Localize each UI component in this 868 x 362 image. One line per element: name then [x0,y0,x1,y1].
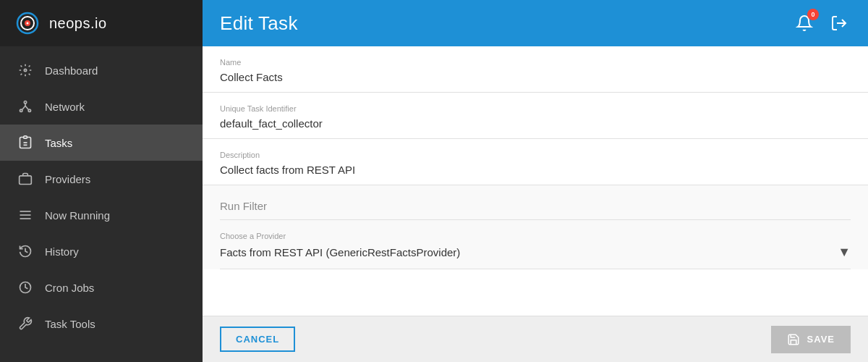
save-icon [787,333,800,346]
logout-button[interactable] [827,12,851,35]
svg-point-6 [24,101,26,104]
save-button[interactable]: SAVE [771,326,851,353]
sidebar-item-label-history: History [45,245,79,258]
history-icon [17,243,33,259]
sidebar-item-label-dashboard: Dashboard [45,64,98,77]
provider-select[interactable]: Facts from REST API (GenericRestFactsPro… [220,245,851,269]
name-value: Collect Facts [220,71,851,92]
header-actions: 0 [793,12,851,35]
svg-point-4 [27,22,29,25]
run-filter-section: Run Filter Choose a Provider Facts from … [203,185,868,269]
now-running-icon [17,207,33,223]
identifier-value: default_fact_collector [220,117,851,138]
form-footer: CANCEL SAVE [203,316,868,362]
logo-icon [14,10,41,36]
sidebar-item-network[interactable]: Network [0,88,203,125]
sidebar-item-label-task-tools: Task Tools [45,318,95,330]
form-area: Name Collect Facts Unique Task Identifie… [203,46,868,316]
sidebar-item-label-tasks: Tasks [45,137,72,149]
tasks-icon [17,135,33,151]
provider-label: Choose a Provider [220,232,851,240]
providers-icon [17,171,33,187]
sidebar-item-label-providers: Providers [45,173,90,185]
svg-point-7 [20,109,22,111]
sidebar-item-label-network: Network [45,101,85,113]
save-label: SAVE [807,334,835,345]
network-icon [17,98,33,114]
sidebar-item-label-now-running: Now Running [45,209,110,222]
description-value: Collect facts from REST API [220,164,851,185]
sidebar-item-dashboard[interactable]: Dashboard [0,52,203,88]
notification-button[interactable]: 0 [793,12,816,35]
logo-area: neops.io [0,0,203,46]
logout-icon [830,14,848,32]
main-content: Edit Task 0 Name Collect [203,0,868,362]
sidebar-item-history[interactable]: History [0,233,203,269]
form-scroll: Name Collect Facts Unique Task Identifie… [203,46,868,316]
sidebar-item-tasks[interactable]: Tasks [0,125,203,161]
description-field: Description Collect facts from REST API [203,139,868,185]
cron-icon [17,279,33,295]
logo-text: neops.io [49,15,107,32]
sidebar-item-task-tools[interactable]: Task Tools [0,306,203,342]
identifier-field: Unique Task Identifier default_fact_coll… [203,93,868,139]
sidebar: neops.io Dashboard Network Tasks Provi [0,0,203,362]
notification-badge: 0 [807,9,819,20]
tools-icon [17,316,33,332]
sidebar-nav: Dashboard Network Tasks Providers Now Ru [0,46,203,362]
svg-point-8 [28,109,30,111]
name-field: Name Collect Facts [203,46,868,93]
cancel-button[interactable]: CANCEL [220,327,295,352]
svg-point-5 [24,69,26,71]
sidebar-item-providers[interactable]: Providers [0,161,203,197]
run-filter-label: Run Filter [220,200,851,220]
identifier-label: Unique Task Identifier [220,104,851,113]
page-header: Edit Task 0 [203,0,868,46]
page-title: Edit Task [220,12,298,35]
provider-value: Facts from REST API (GenericRestFactsPro… [220,246,460,258]
name-label: Name [220,58,851,67]
dashboard-icon [17,62,33,78]
sidebar-item-label-cron: Cron Jobs [45,282,94,294]
sidebar-item-now-running[interactable]: Now Running [0,197,203,233]
description-label: Description [220,151,851,159]
chevron-down-icon: ▼ [838,245,851,260]
sidebar-item-cron-jobs[interactable]: Cron Jobs [0,269,203,306]
svg-rect-11 [20,176,32,185]
